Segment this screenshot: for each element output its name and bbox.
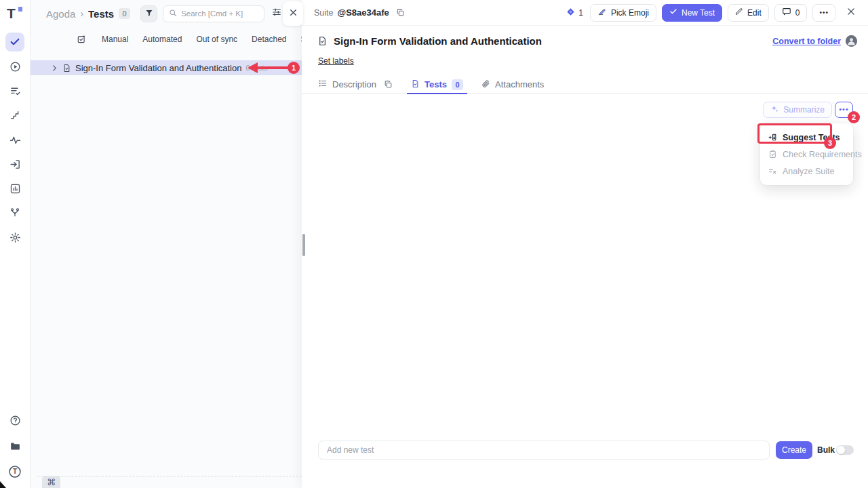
tab-tests[interactable]: Tests 0 <box>411 76 463 94</box>
chevron-right-icon[interactable] <box>51 64 58 72</box>
menu-item-analyze-suite-label: Analyze Suite <box>783 167 834 176</box>
search-input[interactable] <box>181 9 258 18</box>
clipboard-check-icon <box>768 150 777 159</box>
tab-description-label: Description <box>332 79 376 89</box>
copy-suite-id-button[interactable] <box>396 8 405 17</box>
add-test-input[interactable] <box>318 441 770 460</box>
edit-button[interactable]: Edit <box>728 4 769 22</box>
check-icon <box>9 37 20 47</box>
convert-to-folder-link[interactable]: Convert to folder <box>772 37 841 46</box>
list-check-icon <box>9 85 21 97</box>
panel-resize-handle[interactable] <box>302 234 305 256</box>
menu-item-analyze-suite[interactable]: Analyze Suite <box>760 163 853 180</box>
diamond-icon <box>566 7 575 19</box>
command-shortcut-badge[interactable]: ⌘ <box>42 476 60 488</box>
rail-item-tests[interactable] <box>5 33 24 52</box>
toggle-knob <box>837 446 845 454</box>
view-options-button[interactable] <box>270 7 283 20</box>
pick-emoji-button[interactable]: Pick Emoji <box>590 4 656 22</box>
rail-item-branches[interactable] <box>5 203 24 222</box>
rail-item-about[interactable]: T <box>5 462 24 481</box>
pencil-icon <box>735 7 743 18</box>
set-labels-link[interactable]: Set labels <box>318 56 354 66</box>
stairs-icon <box>9 110 20 121</box>
suite-id-value: @S8ae34afe <box>338 7 389 18</box>
rail-item-plans[interactable] <box>5 81 24 100</box>
funnel-icon <box>145 7 153 20</box>
emoji-hand-icon <box>597 7 607 18</box>
tab-attachments-label: Attachments <box>495 79 544 89</box>
suite-doc-icon <box>62 64 71 73</box>
avatar[interactable] <box>846 35 857 47</box>
import-icon <box>9 159 21 170</box>
rail-item-reports[interactable] <box>5 179 24 198</box>
rail-bottom: T <box>5 411 24 481</box>
rail-item-import[interactable] <box>5 155 24 174</box>
rail-item-pulse[interactable] <box>5 130 24 149</box>
annotation-badge-3: 3 <box>824 137 836 149</box>
new-test-button[interactable]: New Test <box>662 4 722 22</box>
copy-description-button[interactable] <box>384 80 393 89</box>
app-logo[interactable]: T <box>7 5 23 22</box>
bar-chart-icon <box>9 183 21 195</box>
detail-close-button[interactable] <box>845 5 857 20</box>
rail-item-settings[interactable] <box>5 228 24 247</box>
close-icon <box>289 7 298 20</box>
select-all-icon[interactable] <box>77 35 86 44</box>
tree-header: Agoda › Tests 0 <box>31 0 302 27</box>
tab-description[interactable]: Description <box>318 76 393 94</box>
topbar-actions: 1 Pick Emoji New Test <box>566 4 857 22</box>
list-icon <box>318 79 328 90</box>
play-circle-icon <box>9 61 21 73</box>
svg-text:T: T <box>13 468 17 475</box>
summarize-button[interactable]: Summarize <box>763 102 832 118</box>
suite-title-row: Sign-In Form Validation and Authenticati… <box>317 35 857 47</box>
pulse-icon <box>9 134 21 146</box>
create-button[interactable]: Create <box>776 441 812 459</box>
breadcrumb-separator: › <box>80 8 83 19</box>
filter-button[interactable] <box>140 5 157 22</box>
filter-tab-out-of-sync[interactable]: Out of sync <box>196 35 237 44</box>
rail-item-help[interactable] <box>5 411 24 430</box>
app-window: T <box>0 0 868 488</box>
add-test-row: Create Bulk <box>318 441 868 460</box>
page-title: Sign-In Form Validation and Authenticati… <box>334 35 542 47</box>
breadcrumb-section[interactable]: Tests <box>88 8 114 20</box>
doc-check-icon <box>411 79 420 90</box>
tab-attachments[interactable]: Attachments <box>481 76 544 94</box>
rail-item-steps[interactable] <box>5 106 24 125</box>
title-right-group: Convert to folder <box>772 35 857 47</box>
breadcrumb-project[interactable]: Agoda <box>46 8 75 20</box>
suite-label: Suite <box>314 8 334 18</box>
filter-tab-manual[interactable]: Manual <box>102 35 128 44</box>
filter-tab-detached[interactable]: Detached <box>252 35 286 44</box>
annotation-arrow-shaft <box>257 66 289 69</box>
rail-nav <box>5 33 24 247</box>
menu-item-suggest-tests[interactable]: Suggest Tests <box>760 129 853 146</box>
tree-panel: Agoda › Tests 0 <box>31 0 302 488</box>
search-icon <box>169 7 177 20</box>
menu-item-check-requirements[interactable]: Check Requirements <box>760 146 853 163</box>
tree-bottom-divider <box>37 476 302 476</box>
close-icon <box>846 7 856 19</box>
version-indicator[interactable]: 1 <box>566 7 583 19</box>
breadcrumb: Agoda › Tests 0 <box>46 8 130 20</box>
panel-close-button[interactable] <box>283 1 303 26</box>
rail-item-projects[interactable] <box>5 436 24 455</box>
rail-item-runs[interactable] <box>5 57 24 76</box>
pick-emoji-label: Pick Emoji <box>611 8 649 18</box>
tab-tests-badge: 0 <box>452 79 463 90</box>
summarize-label: Summarize <box>783 105 825 115</box>
folder-icon <box>9 441 21 452</box>
filter-tab-automated[interactable]: Automated <box>142 35 182 44</box>
comments-button[interactable]: 0 <box>774 4 808 22</box>
new-test-label: New Test <box>682 8 715 18</box>
app-logo-accent <box>18 7 22 12</box>
bulk-toggle[interactable] <box>836 445 854 455</box>
search-box <box>163 5 264 22</box>
suite-row-title: Sign-In Form Validation and Authenticati… <box>75 63 241 73</box>
topbar-more-button[interactable]: ••• <box>812 4 835 22</box>
suite-topbar: Suite @S8ae34afe 1 Pick Emoji <box>302 0 868 26</box>
tab-tests-label: Tests <box>425 79 447 89</box>
tests-count-badge: 0 <box>119 8 130 19</box>
